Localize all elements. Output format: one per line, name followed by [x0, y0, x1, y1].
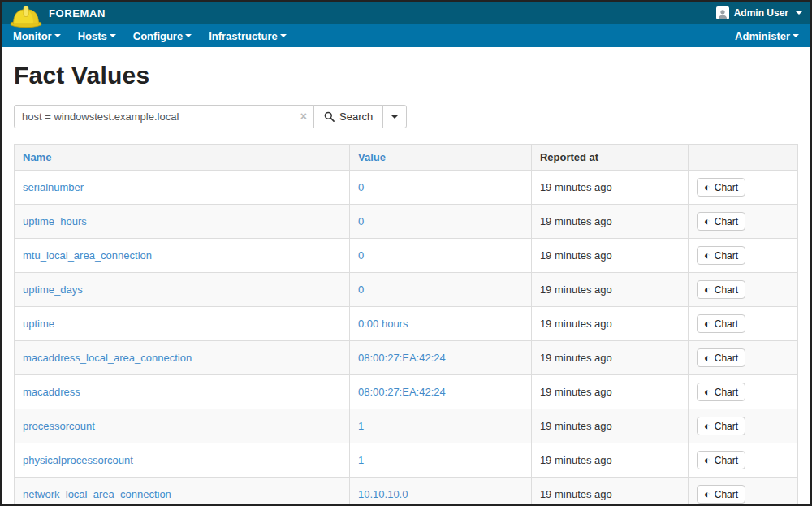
reported-at-cell: 19 minutes ago — [531, 409, 688, 443]
fact-value-link[interactable]: 1 — [358, 454, 364, 466]
fact-name-link[interactable]: processorcount — [23, 420, 95, 432]
clear-search-icon[interactable]: × — [300, 110, 307, 122]
chart-button-label: Chart — [715, 352, 738, 364]
foreman-logo-icon — [9, 3, 43, 28]
chart-button[interactable]: ◐ Chart — [697, 451, 745, 469]
main-navbar: MonitorHostsConfigureInfrastructure Admi… — [2, 24, 810, 47]
nav-item-label: Administer — [735, 30, 790, 42]
nav-item-label: Configure — [133, 30, 183, 42]
chart-icon: ◐ — [704, 284, 710, 295]
fact-values-table: Name Value Reported at serialnumber 0 19… — [14, 144, 798, 506]
fact-name-link[interactable]: uptime_days — [23, 283, 83, 296]
fact-name-link[interactable]: uptime — [23, 318, 54, 330]
brand-title: FOREMAN — [49, 7, 106, 19]
search-button-label: Search — [339, 110, 373, 123]
fact-name-link[interactable]: macaddress_local_area_connection — [23, 352, 192, 364]
chart-button-label: Chart — [715, 182, 738, 193]
fact-name-link[interactable]: physicalprocessorcount — [23, 454, 133, 466]
table-row: processorcount 1 19 minutes ago ◐ Chart — [15, 409, 798, 443]
fact-name-link[interactable]: uptime_hours — [23, 215, 87, 227]
table-row: macaddress_local_area_connection 08:00:2… — [15, 341, 798, 375]
table-row: serialnumber 0 19 minutes ago ◐ Chart — [15, 171, 798, 205]
table-row: network_local_area_connection 10.10.10.0… — [15, 478, 798, 506]
nav-item-label: Monitor — [13, 30, 52, 42]
chart-button[interactable]: ◐ Chart — [697, 280, 745, 299]
chart-button-label: Chart — [715, 489, 738, 500]
table-row: uptime_days 0 19 minutes ago ◐ Chart — [15, 273, 798, 307]
chart-button[interactable]: ◐ Chart — [697, 314, 745, 333]
reported-at-cell: 19 minutes ago — [531, 443, 688, 478]
chart-button-label: Chart — [715, 318, 738, 330]
reported-at-cell: 19 minutes ago — [531, 307, 688, 341]
chart-icon: ◐ — [704, 387, 710, 397]
fact-value-link[interactable]: 08:00:27:EA:42:24 — [358, 386, 446, 398]
fact-value-link[interactable]: 10.10.10.0 — [358, 488, 408, 500]
search-input[interactable] — [14, 105, 314, 128]
fact-value-link[interactable]: 0 — [358, 181, 364, 193]
chart-button[interactable]: ◐ Chart — [697, 383, 745, 401]
table-row: uptime_hours 0 19 minutes ago ◐ Chart — [15, 205, 798, 239]
actions-header — [688, 145, 797, 171]
fact-name-link[interactable]: macaddress — [23, 386, 80, 398]
table-row: uptime 0:00 hours 19 minutes ago ◐ Chart — [15, 307, 798, 341]
page-title: Fact Values — [14, 62, 798, 89]
brand: FOREMAN — [10, 7, 106, 19]
search-options-button[interactable] — [382, 105, 407, 128]
reported-at-cell: 19 minutes ago — [531, 478, 688, 506]
chart-button[interactable]: ◐ Chart — [697, 485, 745, 504]
search-input-wrap: × — [14, 105, 314, 128]
chart-button-label: Chart — [715, 216, 738, 227]
top-navbar: FOREMAN Admin User — [2, 2, 810, 24]
user-menu[interactable]: Admin User — [716, 6, 802, 19]
chart-icon: ◐ — [704, 352, 710, 363]
nav-item-label: Hosts — [78, 30, 107, 42]
sort-by-value-link[interactable]: Value — [358, 151, 386, 163]
chevron-down-icon — [54, 34, 61, 37]
chart-button[interactable]: ◐ Chart — [697, 212, 745, 231]
fact-value-link[interactable]: 0 — [358, 283, 364, 296]
fact-name-link[interactable]: serialnumber — [23, 181, 84, 193]
table-header-row: Name Value Reported at — [15, 145, 798, 171]
chart-button[interactable]: ◐ Chart — [697, 417, 745, 435]
reported-at-cell: 19 minutes ago — [531, 375, 688, 409]
nav-item-administer[interactable]: Administer — [735, 30, 799, 42]
chart-button-label: Chart — [715, 421, 738, 432]
chart-button[interactable]: ◐ Chart — [697, 348, 745, 367]
search-button[interactable]: Search — [313, 105, 383, 128]
nav-item-infrastructure[interactable]: Infrastructure — [209, 30, 287, 42]
chart-button-label: Chart — [715, 387, 738, 398]
chevron-down-icon — [793, 34, 799, 37]
chart-button[interactable]: ◐ Chart — [697, 178, 745, 197]
nav-item-configure[interactable]: Configure — [133, 30, 192, 42]
fact-value-link[interactable]: 0 — [358, 215, 364, 227]
search-icon — [324, 111, 335, 122]
reported-at-cell: 19 minutes ago — [531, 239, 688, 273]
chart-icon: ◐ — [704, 216, 710, 227]
chevron-down-icon — [391, 115, 398, 119]
nav-item-hosts[interactable]: Hosts — [78, 30, 116, 42]
chart-icon: ◐ — [704, 489, 710, 500]
fact-value-link[interactable]: 0 — [358, 249, 364, 262]
nav-item-monitor[interactable]: Monitor — [13, 30, 61, 42]
chart-icon: ◐ — [704, 421, 710, 431]
browser-window: FOREMAN Admin User MonitorHostsConfigure… — [0, 0, 812, 506]
chevron-down-icon — [185, 34, 192, 37]
chart-button[interactable]: ◐ Chart — [697, 246, 745, 265]
chart-icon: ◐ — [704, 182, 710, 192]
fact-name-link[interactable]: mtu_local_area_connection — [23, 249, 152, 262]
nav-left: MonitorHostsConfigureInfrastructure — [13, 30, 304, 42]
fact-value-link[interactable]: 0:00 hours — [358, 318, 408, 330]
reported-at-cell: 19 minutes ago — [531, 341, 688, 375]
content-area: Fact Values × Search — [2, 62, 810, 506]
fact-name-link[interactable]: network_local_area_connection — [23, 488, 171, 500]
user-avatar-icon — [716, 6, 729, 19]
nav-item-label: Infrastructure — [209, 30, 278, 42]
chart-icon: ◐ — [704, 250, 710, 261]
reported-at-cell: 19 minutes ago — [531, 273, 688, 307]
user-menu-label: Admin User — [734, 7, 788, 19]
chart-button-label: Chart — [715, 455, 738, 466]
fact-value-link[interactable]: 08:00:27:EA:42:24 — [358, 352, 446, 364]
fact-value-link[interactable]: 1 — [358, 420, 364, 432]
chevron-down-icon — [280, 34, 287, 37]
sort-by-name-link[interactable]: Name — [23, 151, 51, 163]
